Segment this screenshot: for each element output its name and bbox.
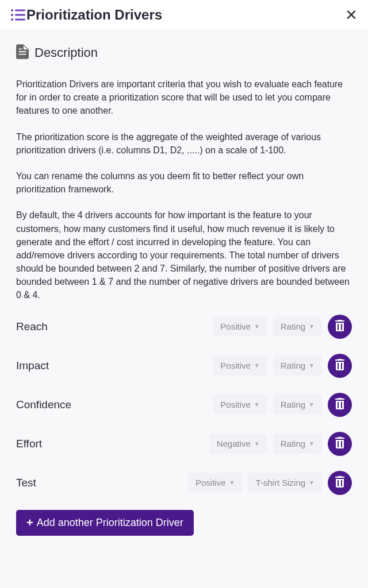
driver-name: Effort: [16, 438, 204, 450]
chevron-down-icon: ▼: [309, 479, 315, 486]
chevron-down-icon: ▼: [309, 440, 315, 447]
menu-icon[interactable]: [10, 9, 26, 21]
scale-select[interactable]: Rating▼: [273, 316, 322, 336]
svg-point-2: [11, 14, 13, 16]
chevron-down-icon: ▼: [229, 479, 235, 486]
description-block: Prioritization Drivers are important cri…: [16, 78, 352, 302]
delete-driver-button[interactable]: [328, 393, 352, 417]
polarity-value: Negative: [217, 439, 251, 448]
plus-icon: +: [26, 517, 33, 528]
scale-select[interactable]: Rating▼: [273, 434, 322, 454]
chevron-down-icon: ▼: [309, 401, 315, 408]
chevron-down-icon: ▼: [254, 440, 260, 447]
scale-value: Rating: [281, 361, 305, 370]
add-driver-label: Add another Prioritization Driver: [37, 517, 183, 529]
svg-point-4: [11, 18, 13, 21]
svg-point-0: [11, 9, 13, 11]
driver-name: Confidence: [16, 399, 207, 411]
description-paragraph: The prioritization score is the aggregat…: [16, 130, 352, 157]
svg-rect-5: [15, 19, 25, 21]
polarity-select[interactable]: Positive▼: [213, 394, 267, 415]
trash-icon: [335, 359, 345, 372]
svg-rect-1: [15, 10, 25, 11]
polarity-select[interactable]: Positive▼: [188, 473, 242, 493]
description-paragraph: Prioritization Drivers are important cri…: [16, 78, 352, 118]
driver-name: Reach: [16, 320, 207, 333]
chevron-down-icon: ▼: [254, 401, 260, 408]
driver-row: ConfidencePositive▼Rating▼: [16, 393, 352, 417]
polarity-select[interactable]: Negative▼: [209, 434, 267, 454]
delete-driver-button[interactable]: [328, 354, 352, 378]
driver-row: TestPositive▼T-shirt Sizing▼: [16, 471, 352, 495]
driver-row: ImpactPositive▼Rating▼: [16, 354, 352, 378]
section-title: Description: [34, 45, 98, 60]
scale-select[interactable]: Rating▼: [273, 394, 322, 415]
chevron-down-icon: ▼: [254, 362, 260, 369]
scale-select[interactable]: Rating▼: [273, 355, 322, 376]
trash-icon: [335, 437, 345, 450]
driver-row: EffortNegative▼Rating▼: [16, 432, 352, 456]
description-paragraph: By default, the 4 drivers accounts for h…: [16, 208, 352, 301]
trash-icon: [335, 398, 345, 411]
scale-value: Rating: [281, 439, 305, 448]
content: Description Prioritization Drivers are i…: [0, 30, 368, 547]
document-icon: [16, 44, 29, 61]
drivers-list: ReachPositive▼Rating▼ImpactPositive▼Rati…: [16, 315, 352, 495]
polarity-value: Positive: [220, 361, 251, 370]
polarity-value: Positive: [195, 478, 226, 488]
polarity-select[interactable]: Positive▼: [213, 316, 267, 336]
trash-icon: [335, 476, 345, 489]
delete-driver-button[interactable]: [328, 432, 352, 456]
chevron-down-icon: ▼: [309, 323, 315, 330]
scale-select[interactable]: T-shirt Sizing▼: [248, 473, 322, 493]
modal-header: Prioritization Drivers ✕: [0, 0, 368, 30]
scale-value: T-shirt Sizing: [255, 478, 305, 488]
description-paragraph: You can rename the columns as you deem f…: [16, 169, 352, 196]
chevron-down-icon: ▼: [254, 323, 260, 330]
scale-value: Rating: [281, 400, 305, 409]
section-header: Description: [16, 44, 352, 61]
page-title: Prioritization Drivers: [26, 7, 345, 23]
trash-icon: [335, 320, 345, 333]
polarity-value: Positive: [220, 400, 251, 409]
svg-rect-3: [15, 14, 25, 16]
polarity-select[interactable]: Positive▼: [213, 355, 267, 376]
polarity-value: Positive: [220, 322, 251, 331]
driver-name: Impact: [16, 359, 207, 372]
delete-driver-button[interactable]: [328, 315, 352, 339]
close-icon[interactable]: ✕: [345, 7, 358, 22]
driver-name: Test: [16, 477, 182, 489]
driver-row: ReachPositive▼Rating▼: [16, 315, 352, 339]
scale-value: Rating: [281, 322, 305, 331]
delete-driver-button[interactable]: [328, 471, 352, 495]
chevron-down-icon: ▼: [309, 362, 315, 369]
add-driver-button[interactable]: + Add another Prioritization Driver: [16, 510, 194, 536]
